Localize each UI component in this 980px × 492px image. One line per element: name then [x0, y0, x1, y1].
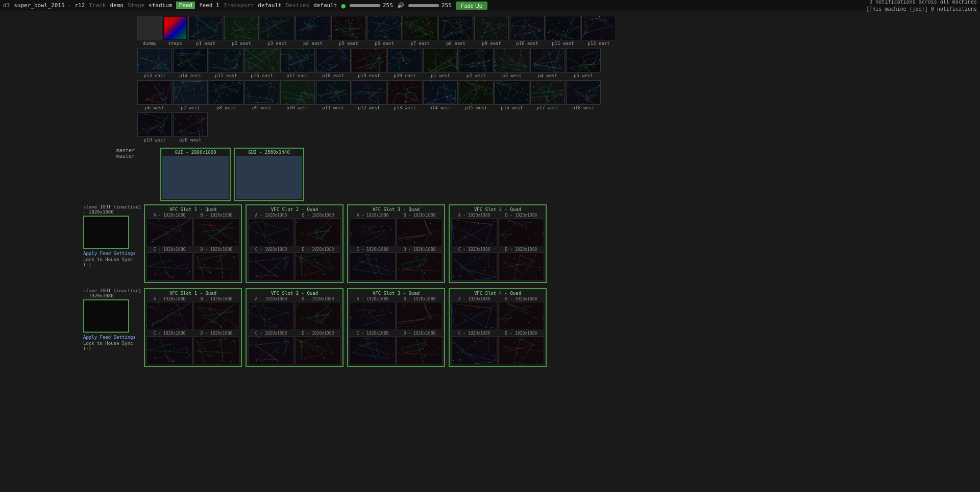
master-gui2-title: GUI - 2560x1440 — [236, 150, 302, 155]
thumb-cell[interactable]: p6 east — [367, 16, 402, 46]
thumb-cell[interactable]: p20 east — [387, 48, 422, 78]
slave2-apply-feed[interactable]: Apply Feed Settings — [83, 335, 142, 340]
thumb-cell[interactable]: p5 west — [566, 48, 601, 78]
vfc-cell-d[interactable]: D - 1920x1080 — [295, 331, 341, 364]
vfc-cell-a[interactable]: A - 1920x1080 — [248, 297, 294, 330]
thumb-label: p5 east — [339, 41, 358, 46]
thumb-cell[interactable]: p19 east — [352, 48, 386, 78]
vfc-thumb — [397, 252, 443, 280]
thumb-cell[interactable]: p7 west — [173, 80, 208, 110]
thumb-cell[interactable]: p20 west — [173, 112, 208, 143]
thumb-cell[interactable]: p3 west — [495, 48, 529, 78]
slave1-row: slave 1GUI (inactive) - 1920x1080 Apply … — [83, 204, 976, 283]
stage-label: Stage — [128, 2, 144, 9]
thumb-cell[interactable]: p9 west — [244, 80, 279, 110]
thumb-label: p20 west — [179, 137, 201, 143]
slave1-lock-sync[interactable]: Lock to House Sync (-) — [83, 257, 142, 267]
thumb-cell[interactable]: p15 west — [459, 80, 494, 110]
vfc-cell-c[interactable]: C - 1920x1080 — [350, 331, 396, 364]
vfc-sub-label: D - 1920x1080 — [404, 331, 436, 336]
vfc-cell-a[interactable]: A - 1920x1080 — [248, 213, 294, 246]
thumb-cell[interactable]: p18 east — [316, 48, 351, 78]
thumb-cell[interactable]: p16 west — [495, 80, 529, 110]
fade-up-button[interactable]: Fade Up — [456, 2, 487, 10]
volume-control[interactable]: 255 — [408, 2, 452, 9]
vfc-cell-b[interactable]: B - 1920x1080 — [193, 213, 239, 246]
thumb-cell[interactable]: p7 east — [403, 16, 437, 46]
thumb-cell[interactable]: p15 east — [209, 48, 243, 78]
vfc-cell-b[interactable]: B - 1920x1080 — [295, 297, 341, 330]
thumb-cell[interactable]: p1 west — [423, 48, 458, 78]
slave2-lock-sync[interactable]: Lock to House Sync (-) — [83, 341, 142, 351]
thumb-cell[interactable]: p17 east — [280, 48, 315, 78]
thumb-cell[interactable]: p13 east — [137, 48, 172, 78]
vfc-cell-d[interactable]: D - 1920x1080 — [498, 247, 544, 280]
vfc-cell-c[interactable]: C - 1920x1080 — [451, 247, 497, 280]
vfc-cell-a[interactable]: A - 1920x1080 — [451, 297, 497, 330]
thumb-cell[interactable]: steps — [163, 16, 187, 46]
vfc-cell-a[interactable]: A - 1920x1080 — [350, 213, 396, 246]
thumb-cell[interactable]: p14 west — [423, 80, 458, 110]
vfc-cell-c[interactable]: C - 1920x1080 — [350, 247, 396, 280]
vfc-cell-d[interactable]: D - 1920x1080 — [193, 331, 239, 364]
thumb-cell[interactable]: dummy — [137, 16, 162, 46]
thumb-cell[interactable]: p13 west — [387, 80, 422, 110]
vfc-cell-b[interactable]: B - 1920x1080 — [295, 213, 341, 246]
vfc-sub-label: A - 1920x1080 — [458, 297, 491, 301]
vfc-cell-a[interactable]: A - 1920x1080 — [451, 213, 497, 246]
vfc-cell-a[interactable]: A - 1920x1080 — [146, 297, 192, 330]
vfc-cell-d[interactable]: D - 1920x1080 — [498, 331, 544, 364]
thumb-cell[interactable]: p4 west — [530, 48, 565, 78]
vfc-cell-b[interactable]: B - 1920x1080 — [397, 213, 443, 246]
thumb-cell[interactable]: p6 west — [137, 80, 172, 110]
vfc-cell-b[interactable]: B - 1920x1080 — [397, 297, 443, 330]
thumb-row-1: dummystepsp1 eastp2 eastp3 eastp4 eastp5… — [137, 15, 976, 46]
thumb-cell[interactable]: p1 east — [188, 16, 223, 46]
vfc-cell-b[interactable]: B - 1920x1080 — [193, 297, 239, 330]
thumb-cell[interactable]: p2 east — [224, 16, 259, 46]
vfc-cell-d[interactable]: D - 1920x1080 — [295, 247, 341, 280]
vfc-slot-title: VFC Slot 1 - Quad — [146, 291, 239, 296]
main-content: dummystepsp1 eastp2 eastp3 eastp4 eastp5… — [0, 11, 980, 369]
thumb-cell[interactable]: p8 west — [209, 80, 243, 110]
thumb-cell[interactable]: p8 east — [438, 16, 473, 46]
thumb-cell[interactable]: p12 east — [581, 16, 616, 46]
thumb-label: p17 east — [286, 73, 308, 78]
brightness-control[interactable]: 255 — [350, 2, 393, 9]
vfc-cell-c[interactable]: C - 1920x1080 — [248, 331, 294, 364]
thumb-cell[interactable]: p16 east — [244, 48, 279, 78]
vfc-thumb — [451, 302, 497, 330]
thumb-label: p10 east — [516, 41, 538, 46]
master-gui1: GUI - 2880x1800 — [160, 148, 231, 201]
slave1-apply-feed[interactable]: Apply Feed Settings — [83, 251, 142, 256]
thumb-cell[interactable]: p14 east — [173, 48, 208, 78]
thumb-cell[interactable]: p5 east — [331, 16, 366, 46]
thumb-cell[interactable]: p3 east — [260, 16, 295, 46]
vfc-cell-d[interactable]: D - 1920x1080 — [397, 247, 443, 280]
thumb-cell[interactable]: p9 east — [474, 16, 509, 46]
track-value: demo — [110, 2, 124, 9]
vfc-cell-d[interactable]: D - 1920x1080 — [193, 247, 239, 280]
thumb-cell[interactable]: p11 west — [316, 80, 351, 110]
thumb-cell[interactable]: p10 east — [510, 16, 545, 46]
vfc-cell-b[interactable]: B - 1920x1080 — [498, 213, 544, 246]
vfc-cell-a[interactable]: A - 1920x1080 — [350, 297, 396, 330]
vfc-cell-d[interactable]: D - 1920x1080 — [397, 331, 443, 364]
vfc-cell-c[interactable]: C - 1920x1080 — [451, 331, 497, 364]
vfc-cell-c[interactable]: C - 1920x1080 — [248, 247, 294, 280]
thumb-cell[interactable]: p10 west — [280, 80, 315, 110]
vfc-cell-b[interactable]: B - 1920x1080 — [498, 297, 544, 330]
playback-dot[interactable]: ● — [341, 2, 345, 10]
thumb-cell[interactable]: p11 east — [546, 16, 580, 46]
vfc-sub-label: A - 1920x1080 — [458, 213, 491, 218]
vfc-cell-c[interactable]: C - 1920x1080 — [146, 247, 192, 280]
thumb-cell[interactable]: p4 east — [296, 16, 330, 46]
thumb-cell[interactable]: p12 west — [352, 80, 386, 110]
vfc-cell-c[interactable]: C - 1920x1080 — [146, 331, 192, 364]
vfc-cell-a[interactable]: A - 1920x1080 — [146, 213, 192, 246]
thumb-cell[interactable]: p18 west — [566, 80, 601, 110]
thumb-cell[interactable]: p19 west — [137, 112, 172, 143]
thumb-cell[interactable]: p2 west — [459, 48, 494, 78]
vfc-sub-label: A - 1920x1080 — [255, 213, 287, 218]
thumb-cell[interactable]: p17 west — [530, 80, 565, 110]
